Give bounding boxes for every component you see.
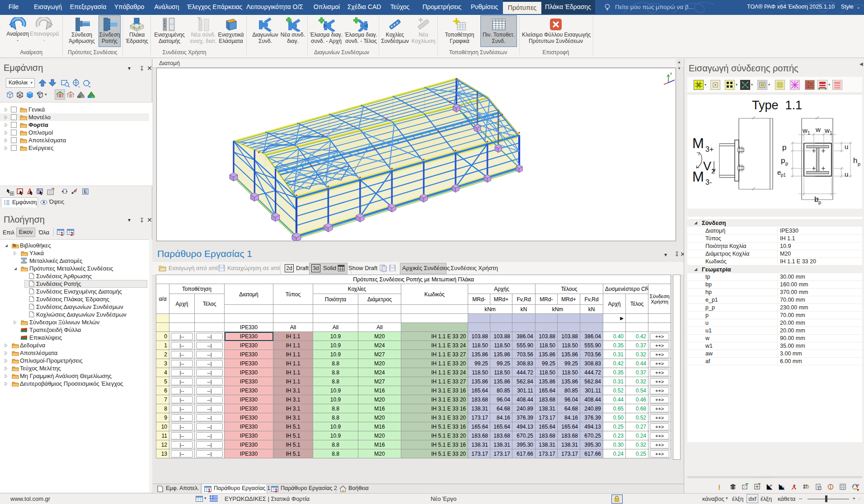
svg-text:V: V xyxy=(703,159,711,173)
svg-text:M: M xyxy=(692,135,704,151)
svg-text:p1: p1 xyxy=(781,173,786,177)
svg-text:p: p xyxy=(818,200,821,205)
svg-text:w: w xyxy=(815,126,821,133)
svg-text:i: i xyxy=(718,484,720,490)
svg-text:w: w xyxy=(824,126,830,134)
svg-text:3-: 3- xyxy=(705,178,712,186)
svg-text:M: M xyxy=(692,169,704,185)
svg-text:h: h xyxy=(853,156,857,165)
svg-text:1: 1 xyxy=(830,131,832,135)
svg-text:w: w xyxy=(802,126,808,134)
svg-text:p: p xyxy=(785,161,788,166)
svg-text:p: p xyxy=(858,161,860,167)
svg-text:E: E xyxy=(84,189,87,194)
svg-text:p: p xyxy=(782,143,786,152)
svg-text:N: N xyxy=(770,484,772,487)
svg-text:1: 1 xyxy=(808,131,810,135)
svg-text:Type 1.1: Type 1.1 xyxy=(752,98,802,112)
svg-text:u: u xyxy=(845,170,848,178)
svg-text:z: z xyxy=(670,71,672,75)
svg-text:p: p xyxy=(781,156,785,165)
svg-text:u: u xyxy=(845,143,848,150)
svg-text:3+: 3+ xyxy=(705,145,714,153)
svg-text:φ: φ xyxy=(74,188,77,193)
